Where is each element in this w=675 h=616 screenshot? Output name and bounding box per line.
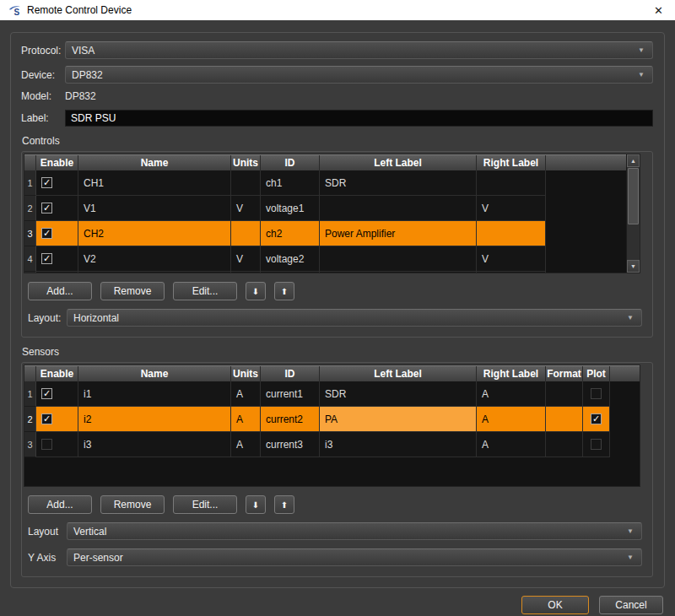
sensors-cell-name[interactable]: i3 (78, 432, 231, 457)
controls-cell-units[interactable] (231, 221, 261, 246)
sensors-column-header[interactable]: Plot (583, 366, 610, 381)
sensors-cell-enable[interactable]: ✓ (36, 381, 78, 407)
sensors-column-header[interactable]: Right Label (477, 366, 546, 381)
controls-cell-name[interactable]: CH1 (78, 170, 231, 196)
controls-cell-left_label[interactable] (320, 246, 477, 272)
sensors-cell-plot[interactable]: ✓ (583, 407, 610, 432)
device-select[interactable]: DP832 ▼ (65, 66, 653, 84)
sensors-column-header[interactable]: Left Label (320, 366, 477, 381)
controls-cell-left_label[interactable]: Power Amplifier (320, 221, 477, 246)
label-input[interactable] (65, 110, 653, 127)
sensors-cell-id[interactable]: current3 (261, 432, 320, 457)
controls-layout-select[interactable]: Horizontal ▼ (67, 309, 642, 327)
controls-cell-units[interactable]: V (231, 196, 261, 221)
row-number[interactable]: 2 (24, 196, 36, 221)
sensors-cell-units[interactable]: A (231, 432, 261, 457)
sensors-cell-id[interactable]: current1 (261, 381, 320, 407)
sensors-cell-units[interactable]: A (231, 381, 261, 407)
enable-checkbox[interactable]: ✓ (41, 253, 52, 264)
row-number[interactable]: 1 (24, 170, 36, 196)
protocol-select[interactable]: VISA ▼ (65, 41, 653, 59)
sensors-cell-left_label[interactable]: SDR (320, 381, 477, 407)
sensors-cell-format[interactable] (546, 407, 583, 432)
controls-cell-name[interactable]: V2 (78, 246, 231, 272)
sensors-edit-button[interactable]: Edit... (173, 495, 237, 514)
controls-cell-id[interactable]: ch1 (261, 170, 320, 196)
controls-cell-enable[interactable]: ✓ (36, 170, 78, 196)
enable-checkbox[interactable]: ✓ (41, 177, 52, 188)
controls-cell-id[interactable]: ch2 (261, 221, 320, 246)
sensors-column-header[interactable]: Name (78, 366, 231, 381)
sensors-cell-right_label[interactable]: A (477, 407, 546, 432)
sensors-column-header[interactable]: Enable (36, 366, 78, 381)
controls-column-header[interactable]: Enable (36, 155, 78, 170)
plot-checkbox[interactable] (591, 439, 602, 450)
controls-column-header[interactable]: Left Label (320, 155, 477, 170)
sensors-add-button[interactable]: Add... (28, 495, 92, 514)
sensors-layout-select[interactable]: Vertical ▼ (67, 522, 642, 540)
controls-column-header[interactable]: Name (78, 155, 231, 170)
controls-remove-button[interactable]: Remove (100, 282, 165, 300)
sensors-remove-button[interactable]: Remove (100, 495, 165, 514)
controls-cell-units[interactable] (231, 170, 261, 196)
controls-table-row[interactable]: 3✓CH2ch2Power Amplifier (24, 221, 626, 246)
sensors-table-row[interactable]: 2✓i2Acurrent2PAA✓ (24, 407, 640, 432)
controls-table[interactable]: EnableNameUnitsIDLeft LabelRight Label1✓… (24, 154, 640, 273)
controls-cell-right_label[interactable]: V (477, 246, 546, 272)
controls-cell-left_label[interactable]: SDR (320, 170, 477, 196)
sensors-cell-left_label[interactable]: i3 (320, 432, 477, 457)
sensors-cell-units[interactable]: A (231, 407, 261, 432)
sensors-cell-left_label[interactable]: PA (320, 407, 477, 432)
row-number[interactable]: 2 (24, 407, 36, 432)
sensors-column-header[interactable]: Format (546, 366, 583, 381)
controls-cell-name[interactable]: CH2 (78, 221, 231, 246)
controls-cell-left_label[interactable] (320, 196, 477, 221)
scrollbar-track[interactable] (628, 168, 639, 259)
controls-column-header[interactable]: Right Label (477, 155, 546, 170)
sensors-yaxis-select[interactable]: Per-sensor ▼ (67, 548, 642, 566)
controls-column-header[interactable]: Units (231, 155, 261, 170)
plot-checkbox[interactable]: ✓ (591, 413, 602, 424)
sensors-cell-plot[interactable] (583, 381, 610, 407)
controls-table-row[interactable]: 2✓V1Vvoltage1V (24, 196, 626, 221)
controls-add-button[interactable]: Add... (28, 282, 92, 300)
sensors-cell-format[interactable] (546, 381, 583, 407)
enable-checkbox[interactable]: ✓ (41, 388, 52, 399)
controls-edit-button[interactable]: Edit... (173, 282, 237, 300)
sensors-column-header[interactable]: ID (261, 366, 320, 381)
sensors-cell-format[interactable] (546, 432, 583, 457)
sensors-cell-name[interactable]: i2 (78, 407, 231, 432)
controls-cell-right_label[interactable] (477, 170, 546, 196)
enable-checkbox[interactable]: ✓ (41, 203, 52, 213)
scrollbar-down-button[interactable]: ▼ (627, 260, 640, 273)
controls-cell-enable[interactable]: ✓ (36, 246, 78, 272)
controls-move-up-button[interactable]: ⬆ (274, 282, 294, 300)
row-number[interactable]: 3 (24, 432, 36, 457)
sensors-column-header[interactable]: Units (231, 366, 261, 381)
row-number[interactable]: 4 (24, 246, 36, 272)
controls-cell-id[interactable]: voltage2 (261, 246, 320, 272)
enable-checkbox[interactable]: ✓ (41, 413, 52, 424)
row-number[interactable]: 3 (24, 221, 36, 246)
sensors-cell-id[interactable]: current2 (261, 407, 320, 432)
controls-scrollbar[interactable]: ▲ ▼ (626, 154, 640, 273)
sensors-move-down-button[interactable]: ⬇ (246, 495, 266, 514)
controls-cell-right_label[interactable]: V (477, 196, 546, 221)
controls-table-row[interactable]: 1✓CH1ch1SDR (24, 170, 626, 196)
scrollbar-thumb[interactable] (628, 168, 639, 224)
sensors-table[interactable]: EnableNameUnitsIDLeft LabelRight LabelFo… (24, 365, 640, 487)
controls-cell-enable[interactable]: ✓ (36, 221, 78, 246)
controls-column-header[interactable]: ID (261, 155, 320, 170)
enable-checkbox[interactable] (41, 439, 52, 450)
plot-checkbox[interactable] (591, 388, 602, 399)
row-number[interactable]: 1 (24, 381, 36, 407)
sensors-table-row[interactable]: 1✓i1Acurrent1SDRA (24, 381, 640, 407)
ok-button[interactable]: OK (521, 596, 589, 614)
enable-checkbox[interactable]: ✓ (41, 228, 52, 239)
sensors-cell-name[interactable]: i1 (78, 381, 231, 407)
sensors-cell-enable[interactable] (36, 432, 78, 457)
controls-cell-right_label[interactable] (477, 221, 546, 246)
controls-table-row[interactable]: 4✓V2Vvoltage2V (24, 246, 626, 272)
cancel-button[interactable]: Cancel (599, 596, 663, 614)
sensors-table-row[interactable]: 3i3Acurrent3i3A (24, 432, 640, 457)
